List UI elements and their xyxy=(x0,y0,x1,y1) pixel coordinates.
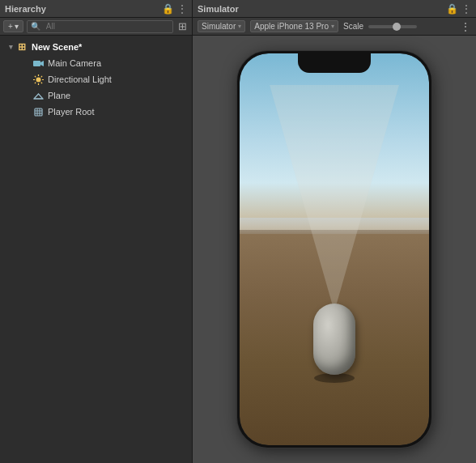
device-dropdown[interactable]: Apple iPhone 13 Pro ▾ xyxy=(250,20,338,32)
light-icon xyxy=(32,74,44,85)
hierarchy-more-icon[interactable]: ⋮ xyxy=(177,3,187,15)
simulator-toolbar: Simulator ▾ Apple iPhone 13 Pro ▾ Scale … xyxy=(193,18,476,36)
scale-label: Scale xyxy=(343,22,363,31)
add-arrow: ▾ xyxy=(15,22,19,31)
hierarchy-item-directional-light[interactable]: Directional Light xyxy=(0,71,192,87)
iphone-frame xyxy=(237,51,431,448)
svg-marker-11 xyxy=(34,94,43,99)
camera-label: Main Camera xyxy=(48,58,101,68)
scene-root-item[interactable]: ▾ ⊞ New Scene* xyxy=(0,39,192,55)
add-icon: + xyxy=(8,22,13,31)
hierarchy-filter-icon[interactable]: ⊞ xyxy=(176,20,189,32)
player-capsule xyxy=(313,304,355,375)
scene-icon: ⊞ xyxy=(16,41,28,53)
add-button[interactable]: + ▾ xyxy=(3,20,23,32)
search-icon: 🔍 xyxy=(31,22,40,31)
simulator-panel: Simulator 🔒 ⋮ Simulator ▾ Apple iPhone 1… xyxy=(193,0,476,463)
svg-line-8 xyxy=(40,82,41,83)
hierarchy-panel: Hierarchy 🔒 ⋮ + ▾ 🔍 ⊞ ▾ ⊞ New Scene* xyxy=(0,0,193,463)
svg-rect-0 xyxy=(33,61,40,66)
scene-3d-view xyxy=(240,53,429,445)
directional-light-label: Directional Light xyxy=(48,74,112,84)
simulator-viewport[interactable] xyxy=(193,36,476,463)
hierarchy-header: Hierarchy 🔒 ⋮ xyxy=(0,0,192,18)
sim-more-icon[interactable]: ⋮ xyxy=(461,3,471,15)
simulator-dropdown-arrow: ▾ xyxy=(238,23,241,30)
plane-label: Plane xyxy=(48,91,70,100)
scene-light-cone xyxy=(270,85,399,312)
hierarchy-title: Hierarchy xyxy=(5,4,159,14)
simulator-dropdown[interactable]: Simulator ▾ xyxy=(198,20,245,32)
hierarchy-search-input[interactable] xyxy=(43,20,169,33)
plane-icon xyxy=(32,90,44,101)
simulator-dropdown-label: Simulator xyxy=(202,22,236,31)
scale-slider[interactable] xyxy=(368,25,417,28)
hierarchy-item-player-root[interactable]: Player Root xyxy=(0,104,192,120)
simulator-header: Simulator 🔒 ⋮ xyxy=(193,0,476,18)
hierarchy-tree: ▾ ⊞ New Scene* Main Camera xyxy=(0,36,192,463)
scene-expand-arrow: ▾ xyxy=(6,43,15,51)
device-label: Apple iPhone 13 Pro xyxy=(254,22,329,31)
device-dropdown-arrow: ▾ xyxy=(331,23,334,30)
hierarchy-item-main-camera[interactable]: Main Camera xyxy=(0,55,192,71)
hierarchy-toolbar: + ▾ 🔍 ⊞ xyxy=(0,18,192,36)
capsule-body xyxy=(313,304,355,375)
svg-line-7 xyxy=(34,75,35,76)
sim-lock-icon[interactable]: 🔒 xyxy=(446,3,458,15)
hierarchy-item-plane[interactable]: Plane xyxy=(0,87,192,104)
iphone-screen xyxy=(240,53,429,445)
player-icon xyxy=(32,106,44,117)
player-root-label: Player Root xyxy=(48,107,94,117)
simulator-title: Simulator xyxy=(198,4,443,14)
sim-toolbar-more-icon[interactable]: ⋮ xyxy=(460,20,471,33)
svg-line-9 xyxy=(40,75,41,76)
svg-line-10 xyxy=(34,82,35,83)
scale-slider-thumb[interactable] xyxy=(393,23,401,31)
svg-rect-13 xyxy=(35,108,42,116)
svg-point-2 xyxy=(36,77,40,82)
camera-icon xyxy=(32,57,44,69)
scene-label: New Scene* xyxy=(32,42,82,52)
iphone-notch xyxy=(298,53,371,73)
svg-marker-1 xyxy=(40,61,44,66)
lock-icon[interactable]: 🔒 xyxy=(162,3,174,15)
